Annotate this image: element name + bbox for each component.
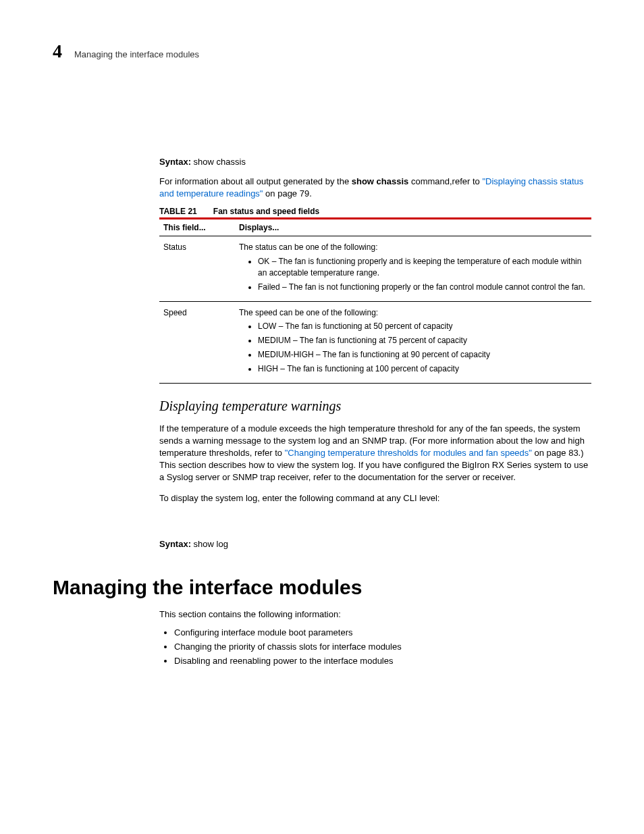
list-item: MEDIUM – The fan is functioning at 75 pe… <box>258 335 587 346</box>
syntax-line-2: Syntax: show log <box>159 539 591 549</box>
table-row: Status The status can be one of the foll… <box>159 236 591 301</box>
section-contents-list: Configuring interface module boot parame… <box>159 627 591 666</box>
table-header-field: This field... <box>159 219 235 236</box>
syntax-label: Syntax: <box>159 539 191 549</box>
table-caption: TABLE 21Fan status and speed fields <box>159 207 591 216</box>
syntax-command: show chassis <box>194 157 246 167</box>
syntax-command: show log <box>194 539 228 549</box>
display-log-paragraph: To display the system log, enter the fol… <box>159 492 591 504</box>
syntax-label: Syntax: <box>159 157 191 167</box>
section-heading-managing-interface-modules: Managing the interface modules <box>53 576 591 599</box>
subheading-temperature-warnings: Displaying temperature warnings <box>159 398 591 414</box>
cell-field: Speed <box>159 301 235 383</box>
table-number: TABLE 21 <box>159 207 197 216</box>
syntax-line-1: Syntax: show chassis <box>159 157 591 167</box>
table-header-displays: Displays... <box>235 219 591 236</box>
warning-paragraph: If the temperature of a module exceeds t… <box>159 423 591 484</box>
section-intro: This section contains the following info… <box>159 608 591 621</box>
list-item: MEDIUM-HIGH – The fan is functioning at … <box>258 349 587 361</box>
list-item: Disabling and reenabling power to the in… <box>174 656 591 666</box>
list-item: Changing the priority of chassis slots f… <box>174 642 591 652</box>
table-row: Speed The speed can be one of the follow… <box>159 301 591 383</box>
cell-field: Status <box>159 236 235 301</box>
page-header: 4 Managing the interface modules <box>53 41 591 62</box>
list-item: Configuring interface module boot parame… <box>174 627 591 637</box>
list-item: Failed – The fan is not functioning prop… <box>258 282 587 293</box>
list-item: OK – The fan is functioning properly and… <box>258 256 587 279</box>
link-changing-temperature-thresholds[interactable]: "Changing temperature thresholds for mod… <box>285 448 532 458</box>
cell-displays: The speed can be one of the following: L… <box>235 301 591 383</box>
cell-displays: The status can be one of the following: … <box>235 236 591 301</box>
list-item: HIGH – The fan is functioning at 100 per… <box>258 363 587 375</box>
fan-status-table: This field... Displays... Status The sta… <box>159 217 591 383</box>
chapter-number: 4 <box>53 41 62 62</box>
list-item: LOW – The fan is functioning at 50 perce… <box>258 321 587 332</box>
intro-paragraph: For information about all output generat… <box>159 176 591 200</box>
running-header-title: Managing the interface modules <box>74 49 199 59</box>
command-inline: show chassis <box>352 176 409 186</box>
table-title: Fan status and speed fields <box>213 207 319 216</box>
